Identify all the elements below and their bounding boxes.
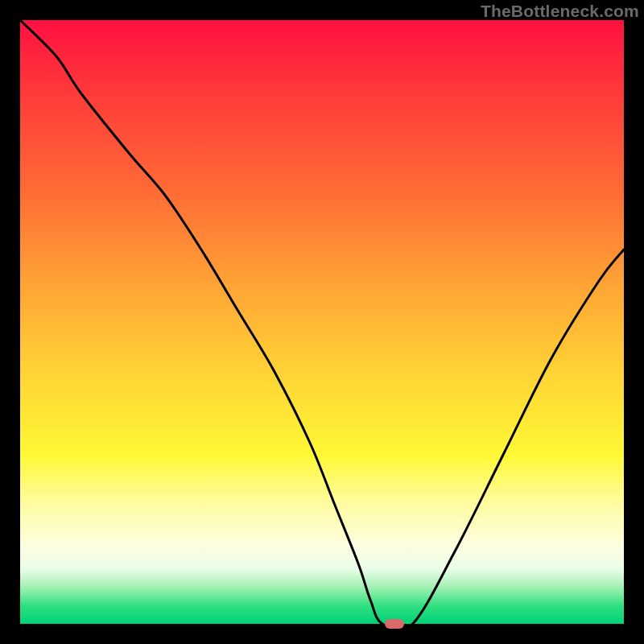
bottleneck-curve	[20, 20, 624, 624]
chart-container: TheBottleneck.com	[0, 0, 644, 644]
watermark-text: TheBottleneck.com	[481, 2, 639, 21]
plot-area	[20, 20, 624, 624]
optimal-marker	[385, 619, 404, 629]
